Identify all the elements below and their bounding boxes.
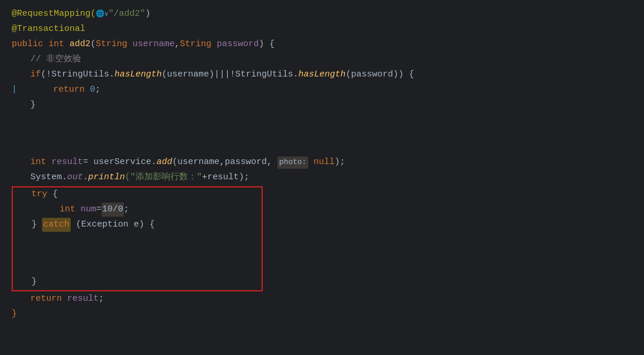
- annotation-transactional: @Transactional: [12, 22, 85, 36]
- semicolon-num: ;: [124, 203, 129, 217]
- catch-close: }: [13, 275, 262, 290]
- keyword-null: null: [314, 155, 335, 169]
- var-out: out: [67, 170, 83, 185]
- paren-open: (: [90, 37, 96, 51]
- keyword-try: try: [32, 187, 53, 201]
- return-line: return result;: [12, 292, 632, 307]
- semicolon: ;: [95, 83, 100, 97]
- method-add2: add2: [69, 37, 90, 51]
- keyword-return-0: return: [53, 83, 90, 97]
- code-line-5: if(!StringUtils.hasLength(username)|||!S…: [12, 68, 632, 83]
- code-line-1: @RequestMapping(🌐∨"/add2"): [12, 7, 632, 22]
- var-result: result: [51, 155, 83, 169]
- bar-indicator: |: [12, 83, 17, 97]
- string-println: ("添加影响行数：": [125, 170, 202, 185]
- dot: .: [83, 170, 88, 185]
- comment-validation: // 非空效验: [30, 53, 81, 67]
- return-result: result: [67, 292, 99, 306]
- code-line-9: int result= userService.add(username,pas…: [12, 155, 632, 170]
- photo-param-hint: photo:: [277, 156, 308, 169]
- code-line-4: // 非空效验: [12, 53, 632, 68]
- annotation-close: ): [145, 7, 151, 21]
- closing-brace-method: }: [12, 307, 632, 322]
- code-line-3: public int add2(String username,String p…: [12, 37, 632, 53]
- url-string: "/add2": [109, 7, 145, 21]
- keyword-string-1: String: [96, 37, 133, 51]
- plain-text-3: (password)) {: [346, 68, 414, 82]
- keyword-string-2: String: [180, 37, 217, 51]
- method-haslength-1: hasLength: [114, 68, 162, 82]
- catch-line: } catch (Exception e) {: [13, 218, 262, 233]
- keyword-public: public: [12, 37, 48, 51]
- globe-icon: 🌐: [96, 9, 105, 20]
- concat-result: +result);: [202, 170, 249, 185]
- code-line-10: System.out.println("添加影响行数："+result);: [12, 170, 632, 186]
- plain-space: [308, 155, 314, 169]
- comma-1: ,: [175, 37, 180, 51]
- param-username: username: [133, 37, 175, 51]
- plain-equals-num: =: [96, 203, 102, 217]
- catch-body-empty: [13, 233, 262, 275]
- var-num: num: [81, 203, 96, 217]
- closing-brace-if: }: [30, 98, 36, 112]
- paren-close-brace: ) {: [259, 37, 274, 51]
- keyword-int-result: int: [30, 155, 51, 169]
- plain-add-params: (username,password,: [172, 155, 277, 169]
- system-text: System.: [30, 170, 67, 185]
- code-line-7: }: [12, 98, 632, 113]
- plain-equals: = userService.: [83, 155, 156, 169]
- dropdown-arrow-icon: ∨: [105, 9, 109, 20]
- keyword-return: return: [30, 292, 67, 306]
- try-brace-open: {: [53, 187, 58, 201]
- code-editor: @RequestMapping(🌐∨"/add2") @Transactiona…: [0, 0, 644, 355]
- code-line-2: @Transactional: [12, 22, 632, 37]
- try-body-line: int num=10/0;: [13, 203, 262, 218]
- keyword-int-num: int: [60, 203, 81, 217]
- plain-text-2: (username)|||!StringUtils.: [162, 68, 298, 82]
- keyword-int: int: [48, 37, 69, 51]
- try-catch-block: try { int num=10/0; } catch (Exception e…: [12, 186, 263, 291]
- param-password: password: [217, 37, 259, 51]
- try-line-open: try {: [13, 187, 262, 203]
- closing-brace-catch: }: [32, 275, 37, 289]
- plain-text: (!StringUtils.: [41, 68, 114, 82]
- brace-close: }: [12, 307, 17, 321]
- method-haslength-2: hasLength: [298, 68, 346, 82]
- number-0: 0: [90, 83, 95, 97]
- code-line-8: [12, 113, 632, 155]
- num-value: 10/0: [102, 203, 124, 217]
- keyword-if: if: [30, 68, 41, 82]
- semicolon-return: ;: [99, 292, 104, 306]
- plain-close-paren: );: [335, 155, 345, 169]
- code-line-6: |return 0;: [12, 83, 632, 98]
- annotation-requestmapping: @RequestMapping(: [12, 7, 96, 21]
- method-add: add: [156, 155, 172, 169]
- keyword-catch: catch: [42, 218, 71, 232]
- closing-brace-try: }: [32, 218, 42, 232]
- plain-exception: (Exception e) {: [71, 218, 155, 232]
- method-println: println: [88, 170, 125, 185]
